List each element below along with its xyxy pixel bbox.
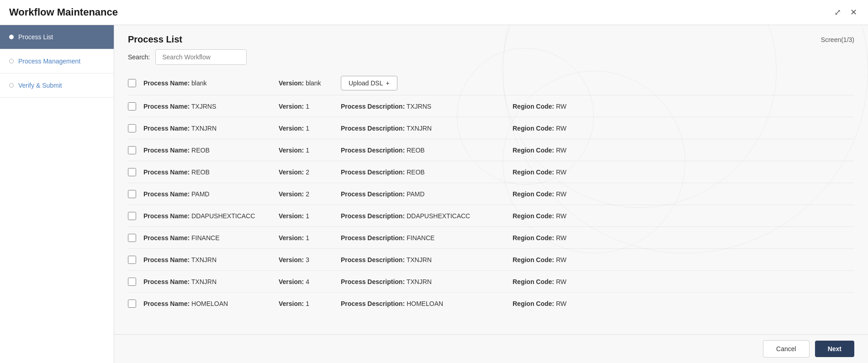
process-name-10: Process Name: HOMELOAN <box>143 300 271 307</box>
table-row: Process Name: HOMELOAN Version: 1 Proces… <box>128 293 854 315</box>
process-version-value-5: 2 <box>306 190 309 198</box>
sidebar-dot-process-list <box>9 35 14 39</box>
sidebar-dot-process-management <box>9 59 14 63</box>
process-description-6: Process Description: DDAPUSHEXTICACC <box>341 212 505 220</box>
process-name-value-1: TXJRNS <box>191 103 216 110</box>
process-version-3: Version: 1 <box>279 147 333 154</box>
process-version-value-1: 1 <box>306 103 309 110</box>
process-version-value-10: 1 <box>306 300 309 307</box>
process-region-value-2: RW <box>556 125 566 132</box>
process-description-value-4: REOB <box>407 168 425 176</box>
process-name-value-5: PAMD <box>191 190 209 198</box>
row-checkbox-4[interactable] <box>128 168 136 176</box>
process-name-3: Process Name: REOB <box>143 147 271 154</box>
process-version-1: Version: 1 <box>279 103 333 110</box>
footer: Cancel Next <box>114 334 868 363</box>
process-region-value-8: RW <box>556 256 566 263</box>
process-list: Process Name: blank Version: blank Uploa… <box>114 71 868 334</box>
process-region-value-6: RW <box>556 212 566 220</box>
page-title: Process List <box>128 34 182 45</box>
table-row: Process Name: FINANCE Version: 1 Process… <box>128 227 854 249</box>
sidebar: Process List Process Management Verify &… <box>0 25 114 363</box>
search-bar-row: Search: <box>114 49 868 71</box>
process-description-5: Process Description: PAMD <box>341 190 505 198</box>
row-checkbox-0[interactable] <box>128 79 136 87</box>
process-version-5: Version: 2 <box>279 190 333 198</box>
process-name-9: Process Name: TXNJRN <box>143 278 271 285</box>
upload-dsl-button[interactable]: Upload DSL + <box>341 76 397 90</box>
process-description-9: Process Description: TXNJRN <box>341 278 505 285</box>
process-name-value-10: HOMELOAN <box>191 300 228 307</box>
sidebar-item-process-management[interactable]: Process Management <box>0 49 114 74</box>
process-version-value-8: 3 <box>306 256 309 263</box>
sidebar-label-verify-submit: Verify & Submit <box>18 82 62 89</box>
process-description-value-5: PAMD <box>407 190 424 198</box>
process-name-5: Process Name: PAMD <box>143 190 271 198</box>
sidebar-label-process-management: Process Management <box>18 58 80 65</box>
process-description-value-10: HOMELOAN <box>407 300 443 307</box>
row-checkbox-8[interactable] <box>128 256 136 264</box>
process-version-9: Version: 4 <box>279 278 333 285</box>
row-checkbox-6[interactable] <box>128 212 136 220</box>
process-name-value-7: FINANCE <box>191 234 219 242</box>
process-region-3: Region Code: RW <box>513 147 586 154</box>
row-checkbox-5[interactable] <box>128 190 136 198</box>
process-version-value-4: 2 <box>306 168 309 176</box>
process-name-4: Process Name: REOB <box>143 168 271 176</box>
process-region-value-10: RW <box>556 300 566 307</box>
process-region-10: Region Code: RW <box>513 300 586 307</box>
process-version-0: Version: blank <box>279 79 333 87</box>
upload-dsl-label: Upload DSL <box>349 79 383 87</box>
process-region-4: Region Code: RW <box>513 168 586 176</box>
sidebar-item-verify-submit[interactable]: Verify & Submit <box>0 74 114 98</box>
process-region-value-3: RW <box>556 147 566 154</box>
row-checkbox-3[interactable] <box>128 146 136 154</box>
process-region-value-4: RW <box>556 168 566 176</box>
process-version-10: Version: 1 <box>279 300 333 307</box>
search-input[interactable] <box>155 49 247 65</box>
content-header: Process List Screen(1/3) <box>114 25 868 49</box>
close-icon: ✕ <box>850 8 857 17</box>
table-row: Process Name: blank Version: blank Uploa… <box>128 71 854 95</box>
process-name-0: Process Name: blank <box>143 79 271 87</box>
row-checkbox-1[interactable] <box>128 102 136 110</box>
process-version-value-6: 1 <box>306 212 309 220</box>
process-name-value-0: blank <box>191 79 206 87</box>
upload-dsl-icon: + <box>386 79 390 87</box>
process-description-value-2: TXNJRN <box>407 125 432 132</box>
row-checkbox-7[interactable] <box>128 234 136 242</box>
process-description-8: Process Description: TXNJRN <box>341 256 505 263</box>
process-description-value-9: TXNJRN <box>407 278 432 285</box>
maximize-icon: ⤢ <box>834 8 841 17</box>
table-row: Process Name: TXNJRN Version: 1 Process … <box>128 117 854 139</box>
process-region-6: Region Code: RW <box>513 212 586 220</box>
row-checkbox-10[interactable] <box>128 300 136 308</box>
maximize-button[interactable]: ⤢ <box>832 5 843 19</box>
table-row: Process Name: TXNJRN Version: 4 Process … <box>128 271 854 293</box>
process-name-value-9: TXNJRN <box>191 278 217 285</box>
sidebar-dot-verify-submit <box>9 83 14 88</box>
process-description-3: Process Description: REOB <box>341 147 505 154</box>
process-version-4: Version: 2 <box>279 168 333 176</box>
row-checkbox-9[interactable] <box>128 278 136 286</box>
process-description-value-3: REOB <box>407 147 425 154</box>
process-description-1: Process Description: TXJRNS <box>341 103 505 110</box>
process-description-7: Process Description: FINANCE <box>341 234 505 242</box>
table-row: Process Name: PAMD Version: 2 Process De… <box>128 183 854 205</box>
screen-indicator: Screen(1/3) <box>821 36 854 43</box>
process-version-6: Version: 1 <box>279 212 333 220</box>
close-button[interactable]: ✕ <box>848 5 859 19</box>
cancel-button[interactable]: Cancel <box>763 340 810 358</box>
row-checkbox-2[interactable] <box>128 124 136 132</box>
process-version-value-3: 1 <box>306 147 309 154</box>
process-name-8: Process Name: TXNJRN <box>143 256 271 263</box>
content-area: Process List Screen(1/3) Search: Process… <box>114 25 868 363</box>
search-label: Search: <box>128 53 150 61</box>
sidebar-item-process-list[interactable]: Process List <box>0 25 114 49</box>
process-description-value-8: TXNJRN <box>407 256 432 263</box>
process-region-value-1: RW <box>556 103 566 110</box>
next-button[interactable]: Next <box>815 341 854 357</box>
process-description-2: Process Description: TXNJRN <box>341 125 505 132</box>
main-layout: Process List Process Management Verify &… <box>0 25 868 363</box>
process-name-value-3: REOB <box>191 147 210 154</box>
